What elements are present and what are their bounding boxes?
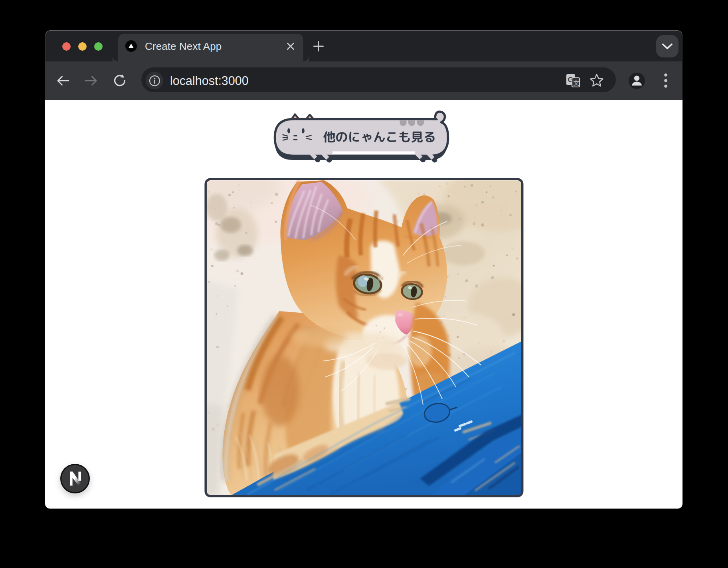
svg-text:文: 文 [573,79,579,86]
